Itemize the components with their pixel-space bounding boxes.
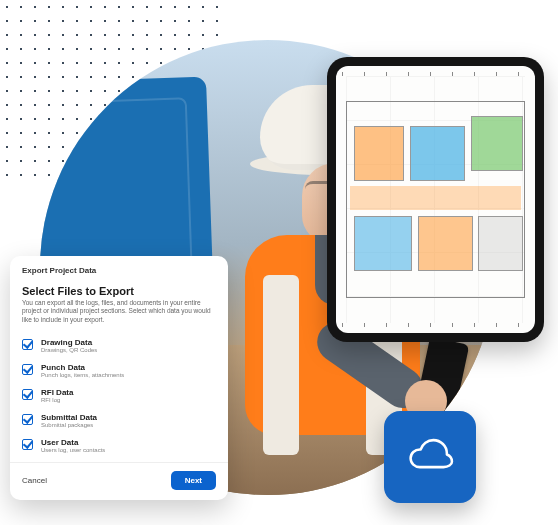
list-item[interactable]: RFI Data RFI log <box>10 383 228 408</box>
dialog-title: Select Files to Export <box>10 281 228 299</box>
dialog-header: Export Project Data <box>10 266 228 281</box>
item-sub: Users log, user contacts <box>41 447 105 453</box>
list-item[interactable]: Submittal Data Submittal packages <box>10 408 228 433</box>
checkbox-icon[interactable] <box>22 439 33 450</box>
tablet-device <box>327 57 544 342</box>
checkbox-icon[interactable] <box>22 364 33 375</box>
checkbox-icon[interactable] <box>22 339 33 350</box>
list-item[interactable]: Drawing Data Drawings, QR Codes <box>10 333 228 358</box>
item-sub: RFI log <box>41 397 73 403</box>
cancel-button[interactable]: Cancel <box>22 476 47 485</box>
export-dialog: Export Project Data Select Files to Expo… <box>10 256 228 500</box>
checkbox-icon[interactable] <box>22 414 33 425</box>
next-button[interactable]: Next <box>171 471 216 490</box>
list-item[interactable]: User Data Users log, user contacts <box>10 433 228 458</box>
item-sub: Drawings, QR Codes <box>41 347 97 353</box>
item-label: Drawing Data <box>41 338 97 347</box>
cloud-icon <box>403 430 457 484</box>
item-label: Punch Data <box>41 363 124 372</box>
dialog-description: You can export all the logs, files, and … <box>10 299 228 333</box>
item-label: User Data <box>41 438 105 447</box>
cloud-tile[interactable] <box>384 411 476 503</box>
list-item[interactable]: Punch Data Punch logs, items, attachment… <box>10 358 228 383</box>
item-sub: Punch logs, items, attachments <box>41 372 124 378</box>
item-sub: Submittal packages <box>41 422 97 428</box>
checkbox-icon[interactable] <box>22 389 33 400</box>
item-label: Submittal Data <box>41 413 97 422</box>
item-label: RFI Data <box>41 388 73 397</box>
floor-plan <box>336 66 535 333</box>
